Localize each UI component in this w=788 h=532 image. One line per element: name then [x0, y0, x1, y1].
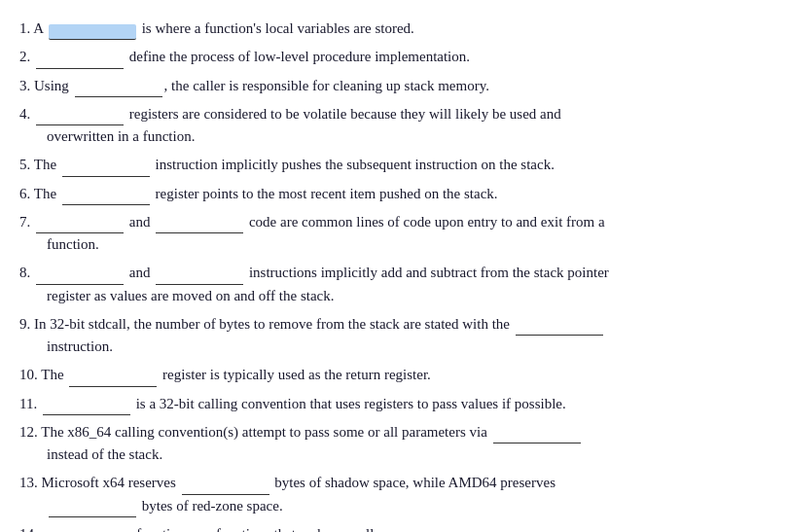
q12-blank[interactable]: [493, 428, 581, 444]
q12-continuation: instead of the stack.: [19, 443, 769, 466]
q1-blank[interactable]: [49, 24, 136, 41]
question-13: 13. Microsoft x64 reserves bytes of shad…: [19, 472, 769, 517]
q4-text: registers are considered to be volatile …: [34, 106, 561, 122]
q11-blank[interactable]: [43, 399, 130, 415]
q9-continuation: instruction.: [19, 336, 769, 358]
q7-text: and code are common lines of code upon e…: [34, 214, 605, 230]
q5-blank[interactable]: [62, 160, 150, 177]
q9-text: In 32-bit stdcall, the number of bytes t…: [34, 316, 605, 332]
question-14: 14. functions are functions that make no…: [19, 523, 769, 532]
q7-blank2[interactable]: [156, 218, 243, 234]
q2-number: 2.: [19, 49, 34, 64]
q2-blank[interactable]: [36, 53, 124, 69]
question-3: 3. Using , the caller is responsible for…: [19, 75, 769, 97]
q5-number: 5.: [19, 157, 34, 172]
q12-text: The x86_64 calling convention(s) attempt…: [41, 424, 582, 440]
question-2: 2. define the process of low-level proce…: [19, 46, 769, 68]
question-11: 11. is a 32-bit calling convention that …: [19, 393, 769, 415]
q6-blank[interactable]: [62, 189, 150, 205]
q3-blank[interactable]: [75, 81, 162, 97]
q3-number: 3.: [19, 78, 34, 93]
q13-continuation: bytes of red-zone space.: [19, 495, 769, 517]
question-1: 1. A is where a function's local variabl…: [19, 18, 769, 40]
q1-number: 1.: [19, 20, 33, 36]
q10-number: 10.: [19, 367, 41, 382]
q13-text: Microsoft x64 reserves bytes of shadow s…: [42, 475, 555, 490]
q1-text: A is where a function's local variables …: [33, 20, 414, 36]
questions-list: 1. A is where a function's local variabl…: [19, 18, 769, 532]
q9-number: 9.: [19, 316, 34, 332]
question-7: 7. and code are common lines of code upo…: [19, 211, 769, 257]
q13-blank2[interactable]: [49, 501, 136, 517]
question-5: 5. The instruction implicitly pushes the…: [19, 154, 769, 176]
q4-continuation: overwritten in a function.: [19, 125, 769, 148]
question-10: 10. The register is typically used as th…: [19, 364, 769, 386]
q8-continuation: register as values are moved on and off …: [19, 285, 769, 307]
question-9: 9. In 32-bit stdcall, the number of byte…: [19, 313, 769, 359]
q6-text: The register points to the most recent i…: [34, 186, 498, 201]
q4-blank[interactable]: [36, 110, 124, 126]
q12-number: 12.: [19, 424, 41, 440]
q3-text: Using , the caller is responsible for cl…: [34, 78, 489, 93]
q8-number: 8.: [19, 265, 34, 280]
q6-number: 6.: [19, 186, 34, 201]
q4-number: 4.: [19, 106, 34, 122]
q7-number: 7.: [19, 214, 34, 230]
q7-blank1[interactable]: [36, 218, 124, 234]
question-4: 4. registers are considered to be volati…: [19, 103, 769, 149]
question-6: 6. The register points to the most recen…: [19, 183, 769, 205]
q13-number: 13.: [19, 475, 42, 490]
q9-blank[interactable]: [516, 320, 603, 337]
q8-text: and instructions implicitly add and subt…: [34, 265, 609, 280]
q10-text: The register is typically used as the re…: [41, 367, 431, 382]
q7-continuation: function.: [19, 233, 769, 256]
question-8: 8. and instructions implicitly add and s…: [19, 262, 769, 307]
q8-blank1[interactable]: [36, 268, 124, 285]
q5-text: The instruction implicitly pushes the su…: [34, 157, 555, 172]
q11-number: 11.: [19, 396, 41, 411]
q13-blank1[interactable]: [182, 479, 269, 495]
q8-blank2[interactable]: [156, 268, 243, 285]
q14-number: 14.: [19, 526, 42, 532]
q2-text: define the process of low-level procedur…: [34, 49, 470, 64]
q14-text: functions are functions that make no cal…: [42, 526, 383, 532]
question-12: 12. The x86_64 calling convention(s) att…: [19, 421, 769, 467]
q11-text: is a 32-bit calling convention that uses…: [41, 396, 566, 411]
q10-blank[interactable]: [69, 371, 157, 387]
